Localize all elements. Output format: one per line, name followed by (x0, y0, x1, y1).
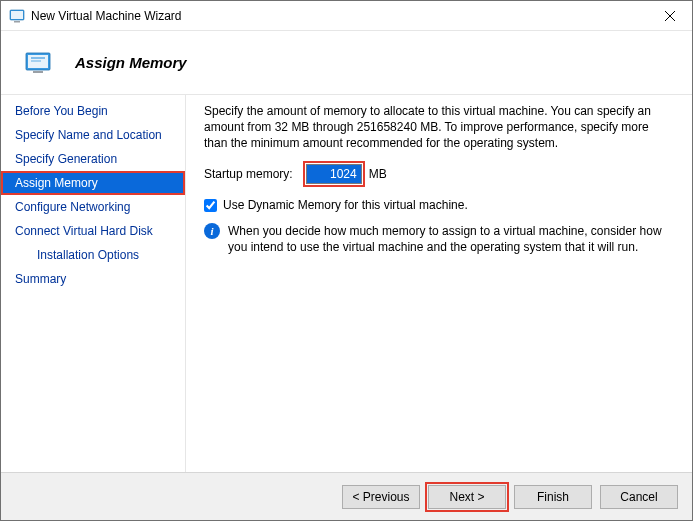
window-title: New Virtual Machine Wizard (31, 9, 182, 23)
nav-connect-virtual-hard-disk[interactable]: Connect Virtual Hard Disk (1, 219, 185, 243)
wizard-footer: < Previous Next > Finish Cancel (1, 472, 692, 520)
previous-button[interactable]: < Previous (342, 485, 420, 509)
hyperv-icon (9, 8, 25, 24)
svg-rect-2 (14, 21, 20, 23)
wizard-nav: Before You Begin Specify Name and Locati… (1, 95, 186, 472)
wizard-content: Specify the amount of memory to allocate… (186, 95, 692, 472)
info-text: When you decide how much memory to assig… (228, 223, 674, 255)
svg-rect-7 (31, 57, 45, 59)
nav-before-you-begin[interactable]: Before You Begin (1, 99, 185, 123)
startup-memory-input[interactable] (306, 164, 362, 184)
close-icon (665, 11, 675, 21)
wizard-header: Assign Memory (1, 31, 692, 95)
close-button[interactable] (647, 1, 692, 31)
nav-specify-name-location[interactable]: Specify Name and Location (1, 123, 185, 147)
wizard-body: Before You Begin Specify Name and Locati… (1, 95, 692, 472)
dynamic-memory-row: Use Dynamic Memory for this virtual mach… (204, 197, 674, 213)
nav-specify-generation[interactable]: Specify Generation (1, 147, 185, 171)
svg-rect-1 (11, 11, 23, 19)
startup-memory-highlight (303, 161, 365, 187)
nav-assign-memory[interactable]: Assign Memory (1, 171, 185, 195)
info-icon: i (204, 223, 220, 239)
startup-memory-label: Startup memory: (204, 166, 293, 182)
startup-memory-unit: MB (369, 166, 387, 182)
cancel-button[interactable]: Cancel (600, 485, 678, 509)
dynamic-memory-checkbox[interactable] (204, 199, 217, 212)
nav-configure-networking[interactable]: Configure Networking (1, 195, 185, 219)
nav-installation-options[interactable]: Installation Options (1, 243, 185, 267)
svg-rect-8 (31, 60, 41, 62)
startup-memory-row: Startup memory: MB (204, 161, 674, 187)
finish-button[interactable]: Finish (514, 485, 592, 509)
svg-rect-9 (33, 71, 43, 73)
info-row: i When you decide how much memory to ass… (204, 223, 674, 255)
intro-text: Specify the amount of memory to allocate… (204, 103, 674, 151)
hyperv-large-icon (25, 51, 55, 75)
page-title: Assign Memory (75, 54, 187, 71)
nav-summary[interactable]: Summary (1, 267, 185, 291)
next-button[interactable]: Next > (428, 485, 506, 509)
dynamic-memory-label: Use Dynamic Memory for this virtual mach… (223, 197, 468, 213)
titlebar: New Virtual Machine Wizard (1, 1, 692, 31)
